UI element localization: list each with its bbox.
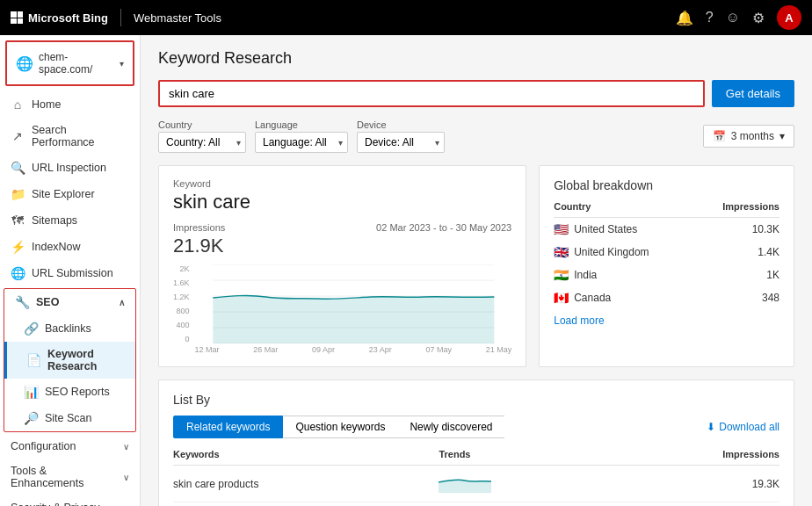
topbar-brand: Microsoft Bing — [28, 11, 108, 25]
list-by-title: List By — [173, 393, 779, 407]
download-icon: ⬇ — [707, 421, 715, 433]
kw-col-keywords: Keywords — [173, 449, 439, 466]
list-by-section: List By Related keywords Question keywor… — [158, 380, 794, 506]
keyword-value: skin care — [173, 191, 511, 213]
impressions-label: Impressions — [173, 222, 225, 233]
table-row: 🇬🇧 United Kingdom 1.4K — [554, 241, 779, 264]
sidebar: 🌐 chem-space.com/ ▾ ⌂ Home ↗ Search Perf… — [0, 35, 141, 506]
date-chevron-icon: ▾ — [779, 130, 785, 142]
device-filter-group: Device Device: All — [357, 119, 445, 153]
windows-icon — [11, 11, 23, 24]
sidebar-item-url-submission[interactable]: 🌐 URL Submission — [0, 260, 140, 286]
global-breakdown-title: Global breakdown — [554, 178, 779, 192]
flag-icon: 🇨🇦 — [554, 291, 569, 305]
security-chevron-icon: ∨ — [123, 503, 129, 507]
bell-icon[interactable]: 🔔 — [676, 10, 693, 26]
url-submission-icon: 🌐 — [11, 266, 25, 280]
filters-row: Country Country: All Language Language: … — [158, 119, 794, 153]
page-title: Keyword Research — [158, 49, 794, 68]
site-selector[interactable]: 🌐 chem-space.com/ ▾ — [5, 40, 134, 86]
kw-col-trends: Trends — [439, 449, 602, 466]
sidebar-item-configuration[interactable]: Configuration ∨ — [0, 434, 140, 459]
date-range-filter[interactable]: 📅 3 months ▾ — [703, 125, 794, 148]
seo-icon: 🔧 — [15, 295, 29, 309]
backlinks-icon: 🔗 — [24, 322, 38, 336]
keyword-icon: 📄 — [26, 353, 40, 367]
sidebar-item-site-scan[interactable]: 🔎 Site Scan — [4, 405, 135, 431]
topbar-tool-title: Webmaster Tools — [134, 11, 221, 25]
trending-icon: ↗ — [11, 129, 25, 143]
explorer-icon: 📁 — [11, 187, 25, 201]
tab-related-keywords[interactable]: Related keywords — [173, 416, 283, 438]
flag-icon: 🇬🇧 — [554, 245, 569, 259]
sidebar-item-backlinks[interactable]: 🔗 Backlinks — [4, 315, 135, 342]
sidebar-item-sitemaps[interactable]: 🗺 Sitemaps — [0, 207, 140, 234]
download-all-button[interactable]: ⬇ Download all — [707, 421, 779, 433]
load-more-button[interactable]: Load more — [554, 314, 604, 327]
sidebar-item-seo[interactable]: 🔧 SEO ∧ — [4, 289, 135, 315]
flag-icon: 🇺🇸 — [554, 222, 569, 236]
impressions-value: 21.9K — [173, 235, 225, 257]
language-filter-label: Language — [255, 119, 348, 130]
keyword-card: Keyword skin care Impressions 21.9K 02 M… — [158, 165, 526, 367]
col-impressions-header: Impressions — [695, 201, 779, 218]
sidebar-item-security[interactable]: Security & Privacy ∨ — [0, 495, 140, 506]
help-icon[interactable]: ? — [706, 10, 714, 25]
keywords-table: Keywords Trends Impressions skin care pr… — [173, 449, 779, 506]
seo-chevron-icon: ∧ — [119, 298, 125, 307]
tabs-row: Related keywords Question keywords Newly… — [173, 416, 779, 438]
tab-newly-discovered[interactable]: Newly discovered — [397, 416, 504, 438]
table-row: 🇨🇦 Canada 348 — [554, 286, 779, 309]
date-range-value: 3 months — [731, 130, 774, 142]
country-filter-group: Country Country: All — [158, 119, 246, 153]
avatar[interactable]: A — [777, 5, 801, 30]
table-row: skin care products 19.3K — [173, 466, 779, 502]
get-details-button[interactable]: Get details — [712, 80, 794, 107]
country-filter-label: Country — [158, 119, 246, 130]
reports-icon: 📊 — [24, 385, 38, 399]
table-row: 🇮🇳 India 1K — [554, 264, 779, 286]
indexnow-icon: ⚡ — [11, 240, 25, 254]
smiley-icon[interactable]: ☺ — [726, 10, 740, 25]
table-row: skincare 17.2K — [173, 502, 779, 507]
chart-x-labels: 12 Mar 26 Mar 09 Apr 23 Apr 07 May 21 Ma… — [195, 345, 512, 354]
device-filter-label: Device — [357, 119, 445, 130]
trend-chart — [439, 472, 491, 493]
keyword-card-subtitle: Keyword — [173, 178, 511, 189]
country-select[interactable]: Country: All — [158, 132, 246, 153]
country-select-wrap: Country: All — [158, 132, 246, 153]
sidebar-item-indexnow[interactable]: ⚡ IndexNow — [0, 234, 140, 260]
main-layout: 🌐 chem-space.com/ ▾ ⌂ Home ↗ Search Perf… — [0, 35, 812, 506]
sidebar-item-url-inspection[interactable]: 🔍 URL Inspection — [0, 155, 140, 181]
calendar-icon: 📅 — [713, 130, 726, 142]
search-input[interactable] — [158, 80, 705, 107]
device-select[interactable]: Device: All — [357, 132, 445, 153]
language-select-wrap: Language: All — [255, 132, 348, 153]
impressions-row: Impressions 21.9K 02 Mar 2023 - to - 30 … — [173, 222, 511, 257]
topbar-icons: 🔔 ? ☺ ⚙ A — [676, 5, 801, 30]
chart-y-labels: 2K 1.6K 1.2K 800 400 0 — [173, 264, 192, 343]
global-breakdown-card: Global breakdown Country Impressions 🇺🇸 … — [539, 165, 794, 367]
topbar-logo: Microsoft Bing — [11, 11, 108, 25]
sidebar-item-seo-reports[interactable]: 📊 SEO Reports — [4, 379, 135, 405]
device-select-wrap: Device: All — [357, 132, 445, 153]
language-select[interactable]: Language: All — [255, 132, 348, 153]
topbar: Microsoft Bing Webmaster Tools 🔔 ? ☺ ⚙ A — [0, 0, 812, 35]
sidebar-item-tools[interactable]: Tools & Enhancements ∨ — [0, 459, 140, 495]
sidebar-item-site-explorer[interactable]: 📁 Site Explorer — [0, 181, 140, 207]
flag-icon: 🇮🇳 — [554, 268, 569, 282]
impressions-left: Impressions 21.9K — [173, 222, 225, 257]
site-chevron-icon: ▾ — [120, 59, 124, 69]
settings-icon[interactable]: ⚙ — [752, 10, 765, 26]
impressions-chart — [195, 264, 512, 343]
topbar-divider — [120, 9, 121, 26]
tab-question-keywords[interactable]: Question keywords — [283, 416, 397, 438]
global-breakdown-table: Country Impressions 🇺🇸 United States 10.… — [554, 201, 779, 309]
site-scan-icon: 🔎 — [24, 411, 38, 425]
sidebar-item-keyword-research[interactable]: 📄 Keyword Research — [4, 342, 135, 379]
sidebar-item-search-performance[interactable]: ↗ Search Performance — [0, 118, 140, 155]
seo-section: 🔧 SEO ∧ 🔗 Backlinks 📄 Keyword Research 📊… — [4, 288, 136, 432]
sidebar-item-home[interactable]: ⌂ Home — [0, 91, 140, 118]
kw-col-impressions: Impressions — [603, 449, 779, 466]
chart-area: 12 Mar 26 Mar 09 Apr 23 Apr 07 May 21 Ma… — [195, 264, 512, 354]
